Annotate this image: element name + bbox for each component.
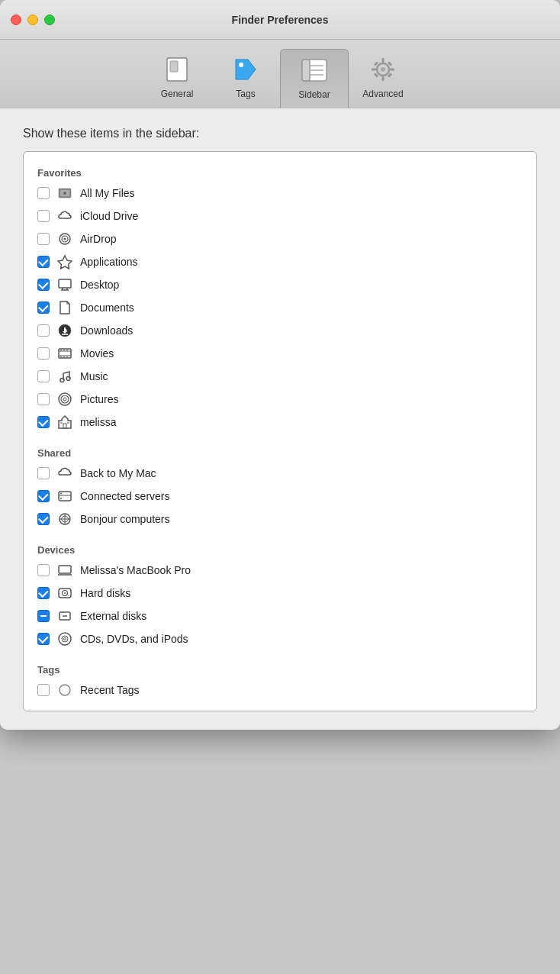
tab-tags[interactable]: Tags [211, 49, 280, 108]
bonjour-computers-icon [57, 511, 72, 527]
label-back-to-my-mac: Back to My Mac [80, 467, 156, 479]
divider [24, 650, 536, 658]
checkbox-melissa[interactable] [37, 416, 50, 428]
minimize-button[interactable] [27, 15, 38, 25]
svg-point-9 [381, 67, 385, 72]
general-icon [161, 53, 193, 85]
svg-point-47 [63, 398, 66, 401]
macbook-pro-icon [57, 563, 72, 578]
list-item[interactable]: melissa [24, 411, 536, 434]
documents-icon [57, 300, 72, 315]
checkbox-downloads[interactable] [37, 324, 50, 337]
svg-point-69 [60, 685, 70, 695]
tab-advanced[interactable]: Advanced [349, 49, 417, 108]
checkbox-icloud-drive[interactable] [37, 210, 50, 222]
svg-point-44 [66, 377, 70, 381]
external-disks-icon [57, 608, 72, 624]
checkbox-airdrop[interactable] [37, 233, 50, 245]
back-to-my-mac-icon [57, 466, 72, 481]
svg-rect-4 [302, 60, 310, 81]
list-item[interactable]: Documents [24, 296, 536, 319]
label-icloud-drive: iCloud Drive [80, 210, 138, 222]
tab-general[interactable]: General [143, 49, 211, 108]
svg-marker-24 [58, 256, 72, 269]
checkbox-external-disks[interactable] [37, 610, 50, 622]
list-item[interactable]: Music [24, 365, 536, 388]
label-macbook-pro: Melissa's MacBook Pro [80, 564, 191, 576]
label-movies: Movies [80, 347, 114, 360]
tab-general-label: General [161, 89, 194, 99]
checkbox-connected-servers[interactable] [37, 490, 50, 502]
desktop-icon [57, 277, 72, 292]
svg-point-63 [68, 595, 69, 596]
label-desktop: Desktop [80, 279, 119, 291]
label-connected-servers: Connected servers [80, 490, 170, 502]
section-title: Show these items in the sidebar: [23, 127, 537, 140]
list-item[interactable]: Movies [24, 342, 536, 365]
downloads-icon [57, 323, 72, 338]
list-item[interactable]: Bonjour computers [24, 508, 536, 531]
checkbox-desktop[interactable] [37, 279, 50, 291]
checkbox-pictures[interactable] [37, 393, 50, 405]
list-item[interactable]: CDs, DVDs, and iPods [24, 627, 536, 650]
list-item[interactable]: Melissa's MacBook Pro [24, 559, 536, 582]
svg-rect-12 [372, 69, 376, 71]
label-recent-tags: Recent Tags [80, 684, 140, 696]
list-item[interactable]: Back to My Mac [24, 462, 536, 485]
group-header-shared: Shared [24, 441, 536, 462]
close-button[interactable] [11, 15, 21, 25]
svg-point-66 [59, 633, 71, 645]
svg-point-54 [60, 498, 62, 499]
tab-advanced-label: Advanced [362, 89, 403, 99]
sidebar-items-list: Favorites All My Files [23, 151, 537, 711]
svg-point-2 [239, 63, 243, 67]
window: Finder Preferences General Tags [0, 0, 560, 730]
checkbox-music[interactable] [37, 370, 50, 382]
cds-dvds-icon [57, 631, 72, 647]
applications-icon [57, 254, 72, 269]
label-pictures: Pictures [80, 393, 119, 405]
divider [24, 531, 536, 538]
list-item[interactable]: Hard disks [24, 582, 536, 605]
checkbox-macbook-pro[interactable] [37, 564, 50, 576]
svg-rect-34 [59, 349, 71, 358]
label-cds-dvds-ipods: CDs, DVDs, and iPods [80, 633, 188, 645]
list-item[interactable]: Downloads [24, 319, 536, 342]
toolbar: General Tags Side [0, 40, 560, 108]
icloud-drive-icon [57, 208, 72, 224]
tab-sidebar[interactable]: Sidebar [280, 49, 349, 108]
list-item[interactable]: External disks [24, 605, 536, 627]
checkbox-documents[interactable] [37, 302, 50, 314]
list-item[interactable]: Recent Tags [24, 679, 536, 701]
maximize-button[interactable] [44, 15, 55, 25]
list-item[interactable]: Desktop [24, 273, 536, 296]
list-item[interactable]: AirDrop [24, 227, 536, 250]
main-content: Show these items in the sidebar: Favorit… [0, 108, 560, 730]
label-external-disks: External disks [80, 610, 146, 622]
checkbox-all-my-files[interactable] [37, 187, 50, 199]
list-item[interactable]: All My Files [24, 182, 536, 205]
checkbox-bonjour-computers[interactable] [37, 513, 50, 525]
svg-point-62 [64, 592, 66, 594]
label-music: Music [80, 370, 108, 382]
list-item[interactable]: iCloud Drive [24, 205, 536, 227]
checkbox-cds-dvds-ipods[interactable] [37, 633, 50, 645]
checkbox-back-to-my-mac[interactable] [37, 467, 50, 479]
label-applications: Applications [80, 256, 138, 268]
traffic-lights [11, 15, 55, 25]
checkbox-applications[interactable] [37, 256, 50, 268]
melissa-icon [57, 414, 72, 430]
list-item[interactable]: Applications [24, 250, 536, 273]
svg-point-20 [63, 192, 66, 195]
window-title: Finder Preferences [232, 14, 329, 26]
checkbox-hard-disks[interactable] [37, 587, 50, 599]
checkbox-movies[interactable] [37, 347, 50, 360]
group-header-tags: Tags [24, 658, 536, 679]
pictures-icon [57, 392, 72, 407]
list-item[interactable]: Connected servers [24, 485, 536, 508]
movies-icon [57, 346, 72, 361]
airdrop-icon [57, 231, 72, 247]
list-item[interactable]: Pictures [24, 388, 536, 411]
tags-icon [230, 53, 262, 85]
checkbox-recent-tags[interactable] [37, 684, 50, 696]
